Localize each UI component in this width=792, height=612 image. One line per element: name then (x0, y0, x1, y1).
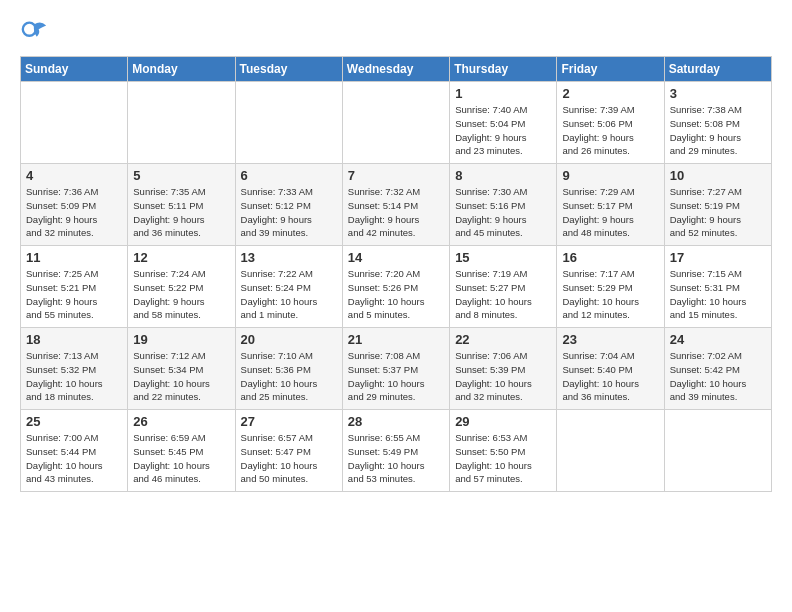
week-row-3: 11Sunrise: 7:25 AM Sunset: 5:21 PM Dayli… (21, 246, 772, 328)
calendar-cell (128, 82, 235, 164)
day-number: 8 (455, 168, 551, 183)
day-info: Sunrise: 6:59 AM Sunset: 5:45 PM Dayligh… (133, 431, 229, 486)
day-number: 26 (133, 414, 229, 429)
header-cell-saturday: Saturday (664, 57, 771, 82)
header (20, 18, 772, 46)
day-number: 12 (133, 250, 229, 265)
day-number: 29 (455, 414, 551, 429)
day-info: Sunrise: 6:53 AM Sunset: 5:50 PM Dayligh… (455, 431, 551, 486)
calendar-cell: 26Sunrise: 6:59 AM Sunset: 5:45 PM Dayli… (128, 410, 235, 492)
header-cell-sunday: Sunday (21, 57, 128, 82)
calendar-cell: 21Sunrise: 7:08 AM Sunset: 5:37 PM Dayli… (342, 328, 449, 410)
calendar-cell: 10Sunrise: 7:27 AM Sunset: 5:19 PM Dayli… (664, 164, 771, 246)
week-row-5: 25Sunrise: 7:00 AM Sunset: 5:44 PM Dayli… (21, 410, 772, 492)
week-row-2: 4Sunrise: 7:36 AM Sunset: 5:09 PM Daylig… (21, 164, 772, 246)
header-cell-wednesday: Wednesday (342, 57, 449, 82)
day-info: Sunrise: 6:57 AM Sunset: 5:47 PM Dayligh… (241, 431, 337, 486)
header-cell-thursday: Thursday (450, 57, 557, 82)
day-info: Sunrise: 7:08 AM Sunset: 5:37 PM Dayligh… (348, 349, 444, 404)
day-info: Sunrise: 7:24 AM Sunset: 5:22 PM Dayligh… (133, 267, 229, 322)
calendar-cell: 15Sunrise: 7:19 AM Sunset: 5:27 PM Dayli… (450, 246, 557, 328)
day-info: Sunrise: 7:29 AM Sunset: 5:17 PM Dayligh… (562, 185, 658, 240)
day-number: 13 (241, 250, 337, 265)
calendar-cell (664, 410, 771, 492)
header-cell-friday: Friday (557, 57, 664, 82)
day-info: Sunrise: 7:27 AM Sunset: 5:19 PM Dayligh… (670, 185, 766, 240)
logo (20, 18, 54, 46)
day-info: Sunrise: 7:33 AM Sunset: 5:12 PM Dayligh… (241, 185, 337, 240)
day-info: Sunrise: 7:39 AM Sunset: 5:06 PM Dayligh… (562, 103, 658, 158)
day-number: 27 (241, 414, 337, 429)
day-number: 20 (241, 332, 337, 347)
calendar-cell: 6Sunrise: 7:33 AM Sunset: 5:12 PM Daylig… (235, 164, 342, 246)
calendar-cell: 9Sunrise: 7:29 AM Sunset: 5:17 PM Daylig… (557, 164, 664, 246)
calendar-cell: 24Sunrise: 7:02 AM Sunset: 5:42 PM Dayli… (664, 328, 771, 410)
day-number: 7 (348, 168, 444, 183)
calendar-cell: 5Sunrise: 7:35 AM Sunset: 5:11 PM Daylig… (128, 164, 235, 246)
day-number: 10 (670, 168, 766, 183)
calendar-cell: 20Sunrise: 7:10 AM Sunset: 5:36 PM Dayli… (235, 328, 342, 410)
day-number: 3 (670, 86, 766, 101)
calendar-cell: 2Sunrise: 7:39 AM Sunset: 5:06 PM Daylig… (557, 82, 664, 164)
calendar-cell: 4Sunrise: 7:36 AM Sunset: 5:09 PM Daylig… (21, 164, 128, 246)
calendar-cell: 16Sunrise: 7:17 AM Sunset: 5:29 PM Dayli… (557, 246, 664, 328)
day-number: 18 (26, 332, 122, 347)
logo-icon (20, 18, 48, 46)
calendar-cell: 8Sunrise: 7:30 AM Sunset: 5:16 PM Daylig… (450, 164, 557, 246)
day-number: 16 (562, 250, 658, 265)
day-number: 23 (562, 332, 658, 347)
day-number: 15 (455, 250, 551, 265)
calendar-cell: 28Sunrise: 6:55 AM Sunset: 5:49 PM Dayli… (342, 410, 449, 492)
calendar-table: SundayMondayTuesdayWednesdayThursdayFrid… (20, 56, 772, 492)
day-info: Sunrise: 7:35 AM Sunset: 5:11 PM Dayligh… (133, 185, 229, 240)
day-info: Sunrise: 7:38 AM Sunset: 5:08 PM Dayligh… (670, 103, 766, 158)
day-number: 5 (133, 168, 229, 183)
day-info: Sunrise: 7:12 AM Sunset: 5:34 PM Dayligh… (133, 349, 229, 404)
calendar-cell: 3Sunrise: 7:38 AM Sunset: 5:08 PM Daylig… (664, 82, 771, 164)
day-number: 1 (455, 86, 551, 101)
day-number: 2 (562, 86, 658, 101)
day-number: 6 (241, 168, 337, 183)
day-number: 24 (670, 332, 766, 347)
day-info: Sunrise: 7:02 AM Sunset: 5:42 PM Dayligh… (670, 349, 766, 404)
day-number: 11 (26, 250, 122, 265)
day-info: Sunrise: 7:36 AM Sunset: 5:09 PM Dayligh… (26, 185, 122, 240)
day-info: Sunrise: 7:15 AM Sunset: 5:31 PM Dayligh… (670, 267, 766, 322)
day-number: 22 (455, 332, 551, 347)
day-number: 17 (670, 250, 766, 265)
day-info: Sunrise: 7:30 AM Sunset: 5:16 PM Dayligh… (455, 185, 551, 240)
day-info: Sunrise: 7:17 AM Sunset: 5:29 PM Dayligh… (562, 267, 658, 322)
calendar-cell: 25Sunrise: 7:00 AM Sunset: 5:44 PM Dayli… (21, 410, 128, 492)
header-row: SundayMondayTuesdayWednesdayThursdayFrid… (21, 57, 772, 82)
calendar-cell: 22Sunrise: 7:06 AM Sunset: 5:39 PM Dayli… (450, 328, 557, 410)
calendar-cell (342, 82, 449, 164)
calendar-cell (21, 82, 128, 164)
day-info: Sunrise: 7:40 AM Sunset: 5:04 PM Dayligh… (455, 103, 551, 158)
day-number: 28 (348, 414, 444, 429)
day-number: 4 (26, 168, 122, 183)
day-info: Sunrise: 6:55 AM Sunset: 5:49 PM Dayligh… (348, 431, 444, 486)
day-info: Sunrise: 7:22 AM Sunset: 5:24 PM Dayligh… (241, 267, 337, 322)
calendar-cell: 14Sunrise: 7:20 AM Sunset: 5:26 PM Dayli… (342, 246, 449, 328)
calendar-cell: 7Sunrise: 7:32 AM Sunset: 5:14 PM Daylig… (342, 164, 449, 246)
calendar-cell: 1Sunrise: 7:40 AM Sunset: 5:04 PM Daylig… (450, 82, 557, 164)
calendar-cell: 19Sunrise: 7:12 AM Sunset: 5:34 PM Dayli… (128, 328, 235, 410)
calendar-cell (557, 410, 664, 492)
day-number: 19 (133, 332, 229, 347)
day-info: Sunrise: 7:20 AM Sunset: 5:26 PM Dayligh… (348, 267, 444, 322)
calendar-cell: 13Sunrise: 7:22 AM Sunset: 5:24 PM Dayli… (235, 246, 342, 328)
day-info: Sunrise: 7:00 AM Sunset: 5:44 PM Dayligh… (26, 431, 122, 486)
week-row-4: 18Sunrise: 7:13 AM Sunset: 5:32 PM Dayli… (21, 328, 772, 410)
day-number: 25 (26, 414, 122, 429)
week-row-1: 1Sunrise: 7:40 AM Sunset: 5:04 PM Daylig… (21, 82, 772, 164)
calendar-cell: 17Sunrise: 7:15 AM Sunset: 5:31 PM Dayli… (664, 246, 771, 328)
day-number: 21 (348, 332, 444, 347)
calendar-cell (235, 82, 342, 164)
calendar-cell: 27Sunrise: 6:57 AM Sunset: 5:47 PM Dayli… (235, 410, 342, 492)
calendar-cell: 12Sunrise: 7:24 AM Sunset: 5:22 PM Dayli… (128, 246, 235, 328)
day-info: Sunrise: 7:25 AM Sunset: 5:21 PM Dayligh… (26, 267, 122, 322)
day-info: Sunrise: 7:06 AM Sunset: 5:39 PM Dayligh… (455, 349, 551, 404)
day-info: Sunrise: 7:32 AM Sunset: 5:14 PM Dayligh… (348, 185, 444, 240)
day-info: Sunrise: 7:19 AM Sunset: 5:27 PM Dayligh… (455, 267, 551, 322)
header-cell-tuesday: Tuesday (235, 57, 342, 82)
